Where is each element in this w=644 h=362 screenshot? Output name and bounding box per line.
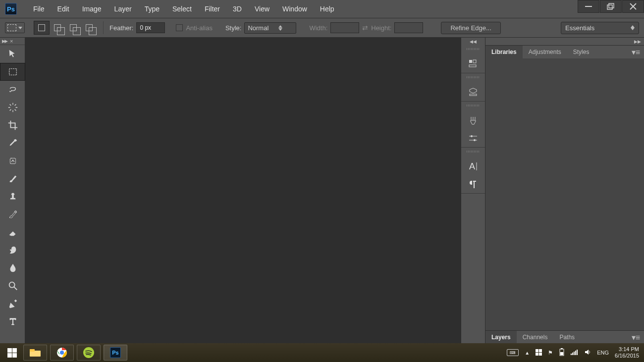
refine-edge-button[interactable]: Refine Edge... [441,22,500,34]
right-collapse-button[interactable]: ▶▶ [485,38,644,45]
menu-view[interactable]: View [248,2,276,16]
svg-rect-33 [572,353,573,355]
menu-image[interactable]: Image [76,2,108,16]
brush-tool[interactable] [0,170,25,188]
panel-tabs: Libraries Adjustments Styles ▾≡ [485,46,644,58]
selection-subtract-button[interactable] [65,21,81,35]
style-label: Style: [225,24,242,32]
volume-icon[interactable] [584,349,591,357]
eraser-tool[interactable] [0,223,25,241]
touch-keyboard-icon[interactable]: ⌨ [507,349,519,356]
svg-rect-10 [469,60,472,63]
svg-rect-21 [30,349,35,352]
taskbar-spotify[interactable] [77,345,101,361]
battery-icon[interactable] [559,348,565,357]
tab-layers[interactable]: Layers [485,331,517,344]
menu-file[interactable]: File [27,2,51,16]
selection-new-button[interactable] [34,21,50,35]
character-panel-icon[interactable]: A [467,160,479,172]
tool-preset-picker[interactable] [5,22,25,33]
style-value: Normal [248,24,268,32]
tab-styles[interactable]: Styles [567,46,595,58]
system-tray: ⌨ ▲ ⚑ ENG 3:14 PM 6/16/2015 [507,346,642,359]
tab-paths[interactable]: Paths [553,331,581,344]
svg-rect-13 [470,94,477,96]
tab-channels[interactable]: Channels [517,331,554,344]
svg-rect-30 [561,348,563,349]
tab-libraries[interactable]: Libraries [485,46,523,58]
pen-tool[interactable] [0,295,25,312]
options-bar: Feather: Anti-alias Style: Normal Width:… [0,18,644,38]
feather-input[interactable] [136,22,165,33]
menu-3d[interactable]: 3D [226,2,248,16]
chevron-down-icon [18,27,22,29]
libraries-panel-body [485,58,644,330]
type-tool[interactable] [0,312,25,330]
tools-panel: ▶▶ × [0,38,25,343]
menu-help[interactable]: Help [314,2,341,16]
selection-mode-group [34,21,97,35]
panel-menu-button[interactable]: ▾≡ [628,48,644,57]
wifi-icon[interactable] [571,349,578,356]
clock[interactable]: 3:14 PM 6/16/2015 [615,346,639,359]
crop-tool[interactable] [0,116,25,134]
paragraph-panel-icon[interactable] [467,178,479,190]
color-panel-icon[interactable] [467,58,479,70]
eyedropper-tool[interactable] [0,134,25,152]
action-center-icon[interactable]: ⚑ [548,350,553,356]
close-button[interactable] [622,0,644,13]
selection-add-button[interactable] [50,21,65,35]
tray-chevron-up-icon[interactable]: ▲ [525,350,530,356]
collapse-icon: ▶▶ [2,39,7,44]
svg-text:A: A [469,161,475,171]
lasso-tool[interactable] [0,81,25,99]
marquee-tool-icon [7,24,16,31]
taskbar-chrome[interactable] [50,345,74,361]
menu-select[interactable]: Select [166,2,198,16]
menu-window[interactable]: Window [276,2,314,16]
tray-windows-icon[interactable] [536,349,542,357]
taskbar-photoshop[interactable]: Ps [104,345,127,361]
clone-stamp-tool[interactable] [0,188,25,206]
menu-type[interactable]: Type [138,2,166,16]
workspace-switcher[interactable]: Essentials [561,22,639,34]
strip-collapse-button[interactable]: ◀◀ [461,38,485,45]
taskbar-explorer[interactable] [23,345,47,361]
main-area: ▶▶ × ◀◀ A [0,38,644,343]
magic-wand-tool[interactable] [0,99,25,116]
menu-edit[interactable]: Edit [51,2,76,16]
svg-rect-6 [10,158,15,164]
antialias-label: Anti-alias [186,24,212,32]
svg-rect-0 [585,6,592,7]
svg-rect-12 [469,65,476,67]
gradient-tool[interactable] [0,241,25,259]
healing-brush-tool[interactable] [0,152,25,170]
start-button[interactable] [2,345,22,361]
panel-tabs: Layers Channels Paths ▾≡ [485,331,644,344]
minimize-button[interactable] [578,0,599,13]
rectangular-marquee-tool[interactable] [0,63,25,81]
swatches-panel-icon[interactable] [467,86,479,98]
maximize-button[interactable] [600,0,622,13]
brush-presets-panel-icon[interactable] [467,132,479,144]
panel-menu-button[interactable]: ▾≡ [628,333,644,342]
svg-point-23 [60,351,64,355]
menu-filter[interactable]: Filter [198,2,226,16]
selection-intersect-button[interactable] [81,21,97,35]
app-logo[interactable]: Ps [4,2,18,16]
language-indicator[interactable]: ENG [597,350,609,356]
svg-rect-26 [539,349,542,352]
dodge-tool[interactable] [0,277,25,295]
tab-adjustments[interactable]: Adjustments [523,46,567,58]
blur-tool[interactable] [0,259,25,277]
tools-panel-header[interactable]: ▶▶ × [0,38,25,45]
history-brush-tool[interactable] [0,206,25,223]
document-canvas [25,38,461,343]
svg-rect-11 [473,60,476,63]
move-tool[interactable] [0,45,25,63]
svg-rect-27 [536,353,538,356]
svg-line-9 [13,287,16,290]
menu-layer[interactable]: Layer [108,2,138,16]
style-select[interactable]: Normal [244,22,296,34]
brushes-panel-icon[interactable] [467,114,479,126]
